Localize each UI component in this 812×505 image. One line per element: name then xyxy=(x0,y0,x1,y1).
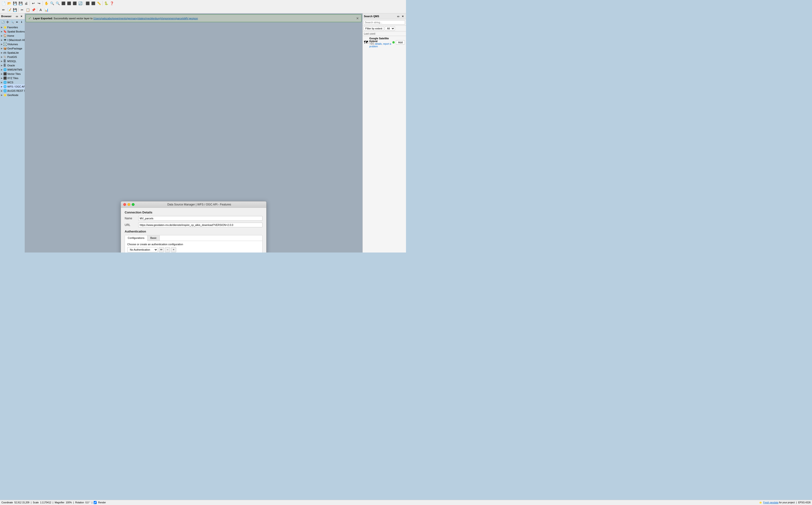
qms-add-btn[interactable]: Add xyxy=(396,40,405,44)
browser-refresh-btn[interactable]: 🔄 xyxy=(1,20,5,24)
filter-by-extent-btn[interactable]: Filter by extent xyxy=(364,26,384,31)
browser-item-mssql[interactable]: ▶ 🗄 MSSQL xyxy=(0,59,25,63)
print-btn[interactable]: 🖨 xyxy=(23,1,29,6)
auth-edit-btn[interactable]: ✏ xyxy=(159,247,164,252)
dialog-minimize-dot[interactable] xyxy=(128,203,130,206)
refresh-btn[interactable]: 🔄 xyxy=(77,1,83,6)
name-input[interactable] xyxy=(138,216,262,221)
qms-filter-row: Filter by extent All xyxy=(363,26,406,31)
browser-item-spatialite[interactable]: ▶ 🗃 SpatiaLite xyxy=(0,50,25,55)
redo-btn[interactable]: ↪ xyxy=(36,1,42,6)
browser-item-wcs[interactable]: ▶ 🌐 WCS xyxy=(0,80,25,85)
qms-type-label: TMS xyxy=(369,43,374,45)
name-row: Name xyxy=(125,216,262,221)
browser-item-oracle[interactable]: ▶ 🗄 Oracle xyxy=(0,63,25,67)
auth-choose-label: Choose or create an authentication confi… xyxy=(127,243,260,246)
copy-btn[interactable]: 📋 xyxy=(25,7,30,12)
zoom-full-btn[interactable]: ⬛ xyxy=(61,1,66,6)
url-row: URL xyxy=(125,223,262,227)
url-input[interactable] xyxy=(138,223,262,227)
zoom-layer-btn[interactable]: ⬛ xyxy=(66,1,71,6)
sep-4 xyxy=(102,1,103,6)
digitize-btn[interactable]: ✏ xyxy=(1,7,6,12)
dialog-titlebar: Data Source Manager | WFS / OGC API - Fe… xyxy=(121,201,266,208)
pan-btn[interactable]: ✋ xyxy=(44,1,49,6)
left-panel: Browser ▭ ✕ 🔄 ➕ 🔍 ⬅ ℹ ▶ ⭐ Favorites xyxy=(0,13,25,252)
browser-item-macintosh[interactable]: ▶ 💻 / (Macintosh HD) xyxy=(0,38,25,42)
browser-close-btn[interactable]: ✕ xyxy=(19,14,23,18)
auth-tab-basic[interactable]: Basic xyxy=(148,235,160,241)
qms-item-google-satellite: 🗺 Google Satellite Hybrid TMS details, r… xyxy=(363,36,406,49)
browser-item-favorites[interactable]: ▶ ⭐ Favorites xyxy=(0,25,25,29)
connection-details-title: Connection Details xyxy=(125,211,262,214)
browser-item-wfs[interactable]: ▶ 🌐 WFS / OGC API - Features xyxy=(0,85,25,89)
dialog-close-dot[interactable] xyxy=(123,203,126,206)
edit-btn[interactable]: 📝 xyxy=(7,7,12,12)
cut-btn[interactable]: ✂ xyxy=(19,7,25,12)
measure-btn[interactable]: 📏 xyxy=(96,1,102,6)
toolbar-container: 📄 📂 💾 💾 🖨 ↩ ↪ ✋ 🔍 🔍 ⬛ ⬛ ⬛ 🔄 ⬛ ⬛ 📏 🐍 ❓ ✏ … xyxy=(0,0,406,13)
toolbar-row-2: ✏ 📝 💾 ✂ 📋 📌 A 📊 xyxy=(0,7,406,13)
auth-title: Authentication xyxy=(125,230,262,233)
browser-item-home[interactable]: ▶ 🏠 Home xyxy=(0,34,25,38)
browser-filter-btn[interactable]: 🔍 xyxy=(10,20,14,24)
save-as-btn[interactable]: 💾 xyxy=(18,1,23,6)
paste-btn[interactable]: 📌 xyxy=(31,7,36,12)
qms-search-container xyxy=(363,19,406,26)
attr-table-btn[interactable]: 📊 xyxy=(44,7,49,12)
zoom-out-btn[interactable]: 🔍 xyxy=(55,1,60,6)
google-satellite-icon: 🗺 xyxy=(364,40,368,45)
browser-section: Browser ▭ ✕ 🔄 ➕ 🔍 ⬅ ℹ ▶ ⭐ Favorites xyxy=(0,13,25,252)
browser-properties-btn[interactable]: ℹ xyxy=(19,20,24,24)
qms-details-link[interactable]: details xyxy=(375,43,382,45)
qms-minimize-btn[interactable]: ▭ xyxy=(396,14,400,18)
zoom-selection-btn[interactable]: ⬛ xyxy=(72,1,77,6)
auth-select[interactable]: No Authentication xyxy=(127,247,158,252)
map-area[interactable]: ✓ Layer Exported: Successfully saved vec… xyxy=(25,13,363,252)
auth-remove-btn[interactable]: − xyxy=(165,247,170,252)
qms-last-used-label: Last used: xyxy=(363,31,406,36)
dialog-body: Connection Details Name URL Authenticati… xyxy=(121,208,266,253)
label-btn[interactable]: A xyxy=(38,7,43,12)
url-label: URL xyxy=(125,223,137,226)
browser-collapse-btn[interactable]: ⬅ xyxy=(15,20,19,24)
browser-minimize-btn[interactable]: ▭ xyxy=(15,14,19,18)
browser-item-volumes[interactable]: ▶ 💽 /Volumes xyxy=(0,42,25,46)
zoom-in-btn[interactable]: 🔍 xyxy=(49,1,54,6)
dialog-maximize-dot[interactable] xyxy=(132,203,135,206)
toolbar-row-1: 📄 📂 💾 💾 🖨 ↩ ↪ ✋ 🔍 🔍 ⬛ ⬛ ⬛ 🔄 ⬛ ⬛ 📏 🐍 ❓ xyxy=(0,0,406,7)
browser-item-postgis[interactable]: ▶ 🐘 PostGIS xyxy=(0,55,25,59)
auth-tab-configurations[interactable]: Configurations xyxy=(125,235,148,241)
save-btn[interactable]: 💾 xyxy=(12,1,17,6)
sep-3 xyxy=(84,1,84,6)
dialog-overlay: Data Source Manager | WFS / OGC API - Fe… xyxy=(25,13,363,252)
python-btn[interactable]: 🐍 xyxy=(104,1,109,6)
qms-item-name: Google Satellite Hybrid xyxy=(369,37,391,43)
browser-item-wms[interactable]: ▶ 🌐 WMS/WTMS xyxy=(0,67,25,72)
undo-btn[interactable]: ↩ xyxy=(31,1,36,6)
help-toolbar-btn[interactable]: ❓ xyxy=(109,1,114,6)
browser-item-geonode[interactable]: ▶ ⭐ GeoNode xyxy=(0,93,25,97)
save-edits-btn[interactable]: 💾 xyxy=(12,7,17,12)
browser-header: Browser ▭ ✕ xyxy=(0,13,25,19)
new-project-btn[interactable]: 📄 xyxy=(1,1,6,6)
filter-select[interactable]: All xyxy=(385,26,395,31)
browser-item-xyz[interactable]: ▶ ⬛ XYZ Tiles xyxy=(0,76,25,80)
open-project-btn[interactable]: 📂 xyxy=(7,1,12,6)
qms-search-input[interactable] xyxy=(364,20,405,24)
browser-item-bookmarks[interactable]: ▶ 🔖 Spatial Bookmarks xyxy=(0,29,25,34)
auth-tabs: Configurations Basic xyxy=(125,235,262,241)
qms-item-info: Google Satellite Hybrid TMS details, rep… xyxy=(369,37,391,48)
browser-item-vector-tiles[interactable]: ▶ ⬛ Vector Tiles xyxy=(0,72,25,76)
identify-btn[interactable]: ⬛ xyxy=(90,1,96,6)
qms-close-btn[interactable]: ✕ xyxy=(401,14,405,18)
auth-add-btn[interactable]: ＋ xyxy=(171,247,176,252)
auth-tab-content: Choose or create an authentication confi… xyxy=(125,241,262,253)
browser-item-arcgis[interactable]: ▶ 🌐 ArcGIS REST Servers xyxy=(0,89,25,93)
qms-panel: Search QMS ▭ ✕ Filter by extent All Last… xyxy=(363,13,406,252)
browser-item-geopackage[interactable]: ▶ 📦 GeoPackage xyxy=(0,46,25,50)
browser-add-btn[interactable]: ➕ xyxy=(5,20,10,24)
select-btn[interactable]: ⬛ xyxy=(85,1,90,6)
main-layout: Browser ▭ ✕ 🔄 ➕ 🔍 ⬅ ℹ ▶ ⭐ Favorites xyxy=(0,13,406,252)
dialog-title: Data Source Manager | WFS / OGC API - Fe… xyxy=(135,203,264,206)
